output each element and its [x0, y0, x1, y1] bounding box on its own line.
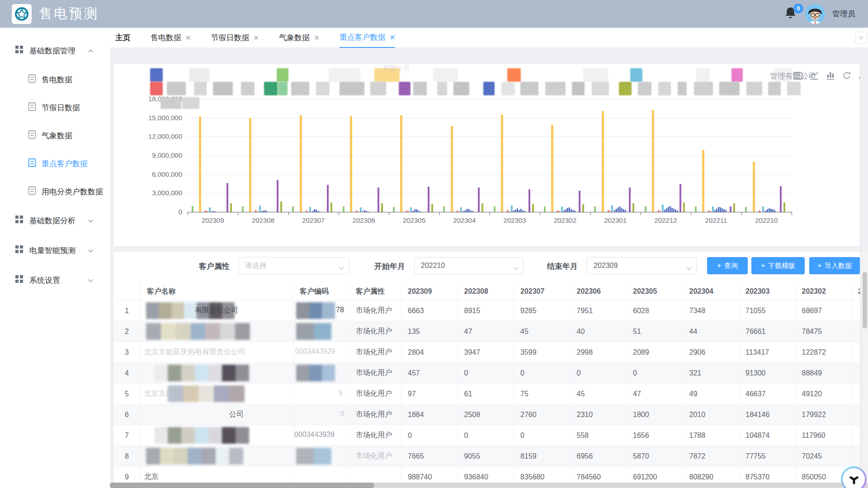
close-icon[interactable]: ✕	[185, 34, 191, 41]
sidebar-item-售电数据[interactable]: 售电数据	[0, 66, 110, 94]
series-small-blue-bar	[364, 210, 365, 212]
legend-censored-block	[150, 68, 163, 82]
legend-censored-block	[370, 82, 386, 95]
series-red-bar	[406, 211, 407, 212]
series-yellow-bar	[300, 115, 302, 212]
series-yellow-bar	[753, 162, 755, 212]
series-green-bar	[695, 206, 697, 212]
legend-censored-block	[329, 68, 360, 82]
close-icon[interactable]: ✕	[254, 34, 259, 41]
sidebar-group-电量智能预测[interactable]: 电量智能预测	[0, 235, 110, 265]
sidebar-item-重点客户数据[interactable]: 重点客户数据	[0, 150, 110, 178]
series-orange-bar	[710, 211, 711, 212]
value-cell-202303: 104874	[739, 425, 796, 446]
customer-code-cell: 78	[293, 300, 349, 321]
value-cell-202307: 0	[514, 425, 571, 446]
download-icon[interactable]	[858, 70, 860, 81]
value-cell-202305: 5870	[627, 446, 683, 466]
visible-text-fragment: 5	[339, 389, 343, 397]
end-month-select[interactable]: 202309	[587, 257, 697, 274]
series-small-blue-bar	[673, 209, 675, 212]
sidebar-group-基础数据管理[interactable]: 基础数据管理	[0, 36, 110, 66]
tab-售电数据[interactable]: 售电数据✕	[151, 28, 191, 47]
table-row: 4市场化用户45700003219130088849	[113, 363, 860, 384]
series-small-blue-bar	[314, 209, 315, 212]
series-purple-bar	[478, 188, 480, 212]
tab-节假日数据[interactable]: 节假日数据✕	[211, 28, 259, 47]
value-cell-202308: 61	[458, 384, 514, 404]
notification-bell-button[interactable]: 0	[784, 6, 798, 22]
series-small-blue-bar	[263, 211, 264, 212]
tab-气象数据[interactable]: 气象数据✕	[279, 28, 320, 47]
sidebar-group-label: 系统设置	[29, 275, 60, 286]
value-cell-202302: 88849	[796, 363, 852, 383]
chart-card: 有限公司 管理有限公司 03,000,0006,000,0009,000,000…	[113, 64, 860, 246]
legend-censored-block	[437, 82, 447, 95]
series-small-blue-bar	[670, 206, 671, 212]
legend-censored-block	[768, 82, 781, 95]
series-small-blue-bar	[519, 210, 520, 212]
tab-label: 气象数据	[279, 33, 310, 43]
series-green-bar	[343, 206, 344, 212]
value-cell-202309: 97	[401, 384, 458, 404]
bar-chart-icon[interactable]	[825, 70, 836, 81]
x-axis-category-label: 202305	[392, 216, 437, 224]
customer-code-cell	[293, 446, 349, 466]
censored-mosaic	[154, 365, 249, 381]
series-red-bar	[658, 210, 659, 212]
sidebar-item-用电分类户数数据[interactable]: 用电分类户数数据	[0, 178, 110, 206]
start-month-select[interactable]: 202210	[414, 257, 524, 274]
customer-attr-placeholder: 请选择	[245, 261, 267, 271]
chevron-down-icon	[513, 264, 519, 272]
column-header-202302: 202302	[796, 282, 852, 300]
series-orange-bar	[609, 211, 611, 212]
sidebar-group-基础数据分析[interactable]: 基础数据分析	[0, 206, 110, 235]
chevron-up-icon	[88, 46, 94, 55]
column-header-202304: 202304	[683, 282, 740, 300]
series-skyblue-bar	[511, 206, 513, 212]
tab-主页[interactable]: 主页	[115, 28, 131, 47]
tab-重点客户数据[interactable]: 重点客户数据✕	[340, 28, 396, 48]
customer-attr-select[interactable]: 请选择	[238, 257, 349, 274]
avatar[interactable]	[805, 4, 825, 24]
x-axis-category-label: 202302	[542, 216, 588, 224]
sidebar-item-气象数据[interactable]: 气象数据	[0, 122, 110, 150]
floating-assistant-button[interactable]	[841, 466, 867, 488]
legend-censored-block	[241, 82, 255, 95]
series-orange-bar	[660, 211, 661, 212]
chevron-down-icon	[339, 264, 344, 272]
series-yellow-bar	[400, 115, 402, 212]
chevron-down-icon	[88, 216, 94, 225]
series-olive-bar	[431, 204, 433, 212]
visible-text-fragment: 北京京能延庆热电有限责任公司	[144, 347, 245, 357]
query-button[interactable]: + 查询	[707, 257, 748, 274]
series-small-blue-bar	[472, 211, 473, 212]
legend-censored-block	[264, 82, 278, 95]
line-chart-icon[interactable]	[809, 70, 820, 81]
close-icon[interactable]: ✕	[314, 34, 320, 41]
x-axis-category-label: 202303	[492, 216, 538, 224]
import-data-button[interactable]: + 导入数据	[809, 257, 860, 274]
horizontal-scrollbar-thumb[interactable]	[110, 483, 374, 488]
download-template-button[interactable]: + 下载模版	[751, 257, 805, 274]
sidebar-item-节假日数据[interactable]: 节假日数据	[0, 94, 110, 122]
sidebar-group-系统设置[interactable]: 系统设置	[0, 265, 110, 295]
customer-code-cell	[293, 363, 349, 383]
add-tab-button[interactable]: +	[855, 32, 867, 44]
data-view-icon[interactable]	[793, 70, 803, 81]
series-skyblue-bar	[662, 205, 664, 212]
legend-censored-block	[483, 82, 495, 95]
close-icon[interactable]: ✕	[390, 34, 396, 41]
series-skyblue-bar	[410, 207, 412, 212]
series-small-blue-bar	[261, 211, 263, 212]
vertical-scrollbar-thumb[interactable]	[863, 272, 867, 328]
value-cell-202304: 2010	[683, 404, 740, 425]
value-cell-202303: 113417	[739, 342, 796, 362]
series-small-blue-bar	[621, 208, 623, 212]
series-small-blue-bar	[316, 210, 317, 212]
value-cell-202305: 2089	[627, 342, 683, 362]
chevron-down-icon	[686, 264, 692, 272]
refresh-icon[interactable]	[841, 70, 852, 81]
series-orange-bar	[458, 211, 460, 212]
series-small-blue-bar	[265, 210, 266, 212]
